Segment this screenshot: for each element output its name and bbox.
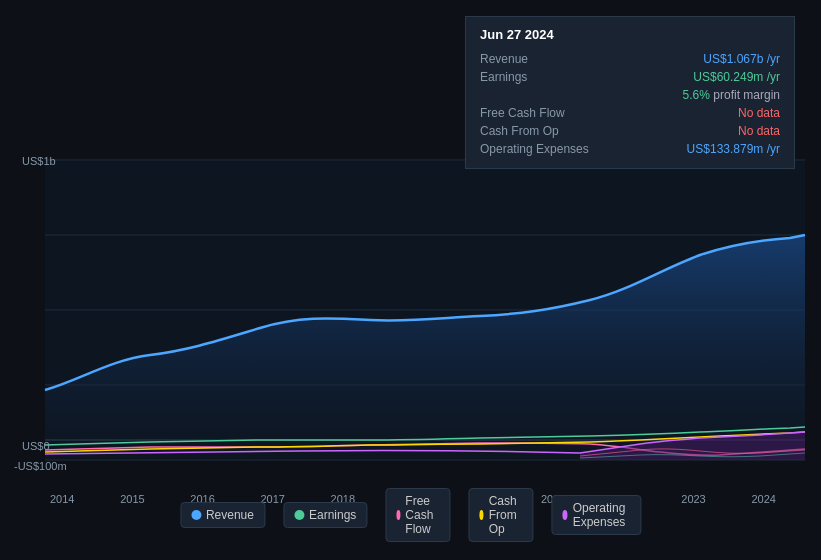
- legend-label-revenue: Revenue: [206, 508, 254, 522]
- legend-label-fcf: Free Cash Flow: [405, 494, 439, 536]
- x-label-2024: 2024: [751, 493, 775, 505]
- tooltip-label-cashop: Cash From Op: [480, 124, 610, 138]
- chart-legend: Revenue Earnings Free Cash Flow Cash Fro…: [180, 488, 641, 542]
- legend-item-fcf[interactable]: Free Cash Flow: [385, 488, 450, 542]
- tooltip-row-revenue: Revenue US$1.067b /yr: [480, 50, 780, 68]
- legend-item-opex[interactable]: Operating Expenses: [551, 495, 641, 535]
- tooltip-label-opex: Operating Expenses: [480, 142, 610, 156]
- tooltip-date: Jun 27 2024: [480, 27, 780, 42]
- tooltip-row-cashop: Cash From Op No data: [480, 122, 780, 140]
- tooltip-row-earnings: Earnings US$60.249m /yr: [480, 68, 780, 86]
- legend-label-earnings: Earnings: [309, 508, 356, 522]
- legend-item-revenue[interactable]: Revenue: [180, 502, 265, 528]
- tooltip-row-fcf: Free Cash Flow No data: [480, 104, 780, 122]
- tooltip-value-earnings: US$60.249m /yr: [693, 70, 780, 84]
- tooltip-value-margin: 5.6% profit margin: [679, 88, 780, 102]
- tooltip-row-margin: 5.6% profit margin: [480, 86, 780, 104]
- x-label-2014: 2014: [50, 493, 74, 505]
- legend-dot-fcf: [396, 510, 400, 520]
- tooltip-value-fcf: No data: [738, 106, 780, 120]
- legend-label-opex: Operating Expenses: [573, 501, 630, 529]
- tooltip-value-cashop: No data: [738, 124, 780, 138]
- legend-dot-earnings: [294, 510, 304, 520]
- tooltip-label-earnings: Earnings: [480, 70, 610, 84]
- x-label-2023: 2023: [681, 493, 705, 505]
- tooltip-label-fcf: Free Cash Flow: [480, 106, 610, 120]
- tooltip-label-revenue: Revenue: [480, 52, 610, 66]
- legend-dot-cashop: [479, 510, 483, 520]
- legend-dot-opex: [562, 510, 567, 520]
- profit-margin-value: 5.6%: [683, 88, 710, 102]
- legend-item-cashop[interactable]: Cash From Op: [468, 488, 533, 542]
- tooltip-value-revenue: US$1.067b /yr: [703, 52, 780, 66]
- legend-item-earnings[interactable]: Earnings: [283, 502, 367, 528]
- tooltip-box: Jun 27 2024 Revenue US$1.067b /yr Earnin…: [465, 16, 795, 169]
- tooltip-row-opex: Operating Expenses US$133.879m /yr: [480, 140, 780, 158]
- y-label-bot: -US$100m: [14, 460, 67, 472]
- legend-dot-revenue: [191, 510, 201, 520]
- legend-label-cashop: Cash From Op: [489, 494, 523, 536]
- tooltip-label-margin: [480, 88, 610, 102]
- y-label-top: US$1b: [22, 155, 56, 167]
- profit-margin-label: profit margin: [713, 88, 780, 102]
- chart-container: US$1b US$0 -US$100m Jun 27 2024 Revenue …: [0, 0, 821, 560]
- x-label-2015: 2015: [120, 493, 144, 505]
- tooltip-value-opex: US$133.879m /yr: [687, 142, 780, 156]
- y-label-mid: US$0: [22, 440, 50, 452]
